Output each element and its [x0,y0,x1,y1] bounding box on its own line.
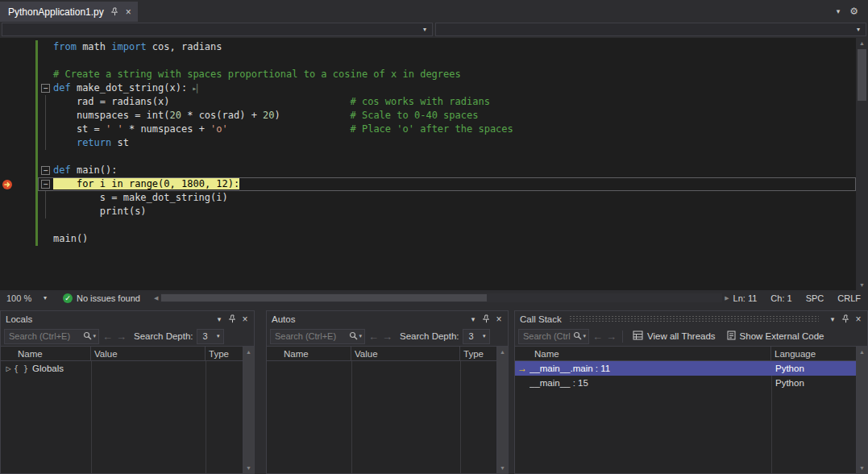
space-mode-indicator[interactable]: SPC [806,293,824,303]
breakpoint-margin[interactable] [0,232,16,246]
scroll-up-icon[interactable]: ▲ [859,40,865,47]
call-stack-title-bar[interactable]: Call Stack ▾ × [515,311,867,326]
breakpoint-margin[interactable] [0,136,16,150]
scroll-up-icon[interactable]: ▲ [246,348,251,356]
scroll-down-icon[interactable]: ▼ [246,464,251,472]
types-dropdown[interactable]: ▾ [2,23,433,36]
column-header-type[interactable]: Type [460,347,496,360]
search-next-icon[interactable]: → [116,331,127,343]
breakpoint-margin[interactable] [0,191,16,205]
column-header-value[interactable]: Value [351,347,460,360]
search-input[interactable] [9,331,83,341]
search-box[interactable]: ▾ [4,329,99,344]
search-icon[interactable] [349,329,358,343]
scrollbar-thumb[interactable] [858,49,866,101]
line-ending-indicator[interactable]: CRLF [837,293,861,303]
close-icon[interactable]: × [239,313,251,326]
scroll-up-icon[interactable]: ▲ [500,348,505,356]
code-line[interactable]: main() [0,232,856,246]
editor-horizontal-scrollbar[interactable]: ◀ ▶ [150,293,733,302]
active-files-chevron-icon[interactable]: ▾ [837,7,841,15]
breakpoint-margin[interactable] [0,150,16,164]
search-icon[interactable] [83,329,92,343]
breakpoint-margin[interactable] [0,123,16,136]
close-icon[interactable]: × [852,313,865,326]
search-input[interactable] [523,331,573,341]
search-input[interactable] [275,331,349,341]
column-header-value[interactable]: Value [91,347,206,360]
code-line[interactable] [0,218,856,232]
breakpoint-margin[interactable] [0,205,16,218]
breakpoint-current-statement-icon[interactable] [0,177,16,191]
close-icon[interactable]: × [126,7,131,17]
fold-margin[interactable]: − [38,164,53,177]
code-line[interactable]: −def make_dot_string(x): ▸▏ [0,81,856,95]
code-line[interactable]: print(s) [0,205,856,218]
breakpoint-margin[interactable] [0,40,16,54]
scrollbar-thumb[interactable] [161,294,487,301]
column-header-name[interactable]: Name [515,347,771,360]
search-box[interactable]: ▾ [270,329,365,344]
breakpoint-margin[interactable] [0,109,16,123]
locals-grid-body[interactable]: ▷ { } Globals [1,361,243,473]
search-next-icon[interactable]: → [606,331,617,343]
code-editor[interactable]: from math import cos, radians# Create a … [0,38,856,290]
members-dropdown[interactable]: ▾ [435,23,866,36]
vertical-scrollbar[interactable]: ▲ ▼ [243,347,254,473]
search-icon[interactable] [573,329,582,343]
code-line[interactable]: from math import cos, radians [0,40,856,54]
scroll-down-icon[interactable]: ▼ [859,281,865,289]
pin-icon[interactable] [480,313,492,326]
code-line[interactable]: rad = radians(x) # cos works with radian… [0,95,856,109]
breakpoint-margin[interactable] [0,81,16,95]
document-tab[interactable]: PythonApplication1.py × [0,2,138,22]
breakpoint-margin[interactable] [0,68,16,81]
search-prev-icon[interactable]: ← [102,331,113,343]
scroll-down-icon[interactable]: ▼ [500,464,505,472]
search-next-icon[interactable]: → [382,331,392,343]
fold-margin[interactable]: − [38,177,53,191]
table-row[interactable]: ▷ { } Globals [1,361,243,376]
pin-icon[interactable] [226,313,239,326]
call-stack-frame-current[interactable]: → __main__.main : 11 Python [515,361,856,376]
scroll-down-icon[interactable]: ▼ [859,464,865,472]
code-line[interactable]: −def main(): [0,164,856,177]
call-stack-frame[interactable]: __main__ : 15 Python [515,376,856,390]
window-options-gear-icon[interactable]: ⚙ [849,6,858,17]
code-line[interactable]: st = ' ' * numspaces + 'o' # Place 'o' a… [0,123,856,136]
code-health-indicator[interactable]: ✓ No issues found [52,293,150,303]
breakpoint-margin[interactable] [0,164,16,177]
editor-vertical-scrollbar[interactable]: ▲ ▼ [856,38,868,290]
scroll-right-icon[interactable]: ▶ [725,294,729,301]
search-depth-dropdown[interactable]: 3 ▾ [197,329,224,344]
code-line[interactable]: − for i in range(0, 1800, 12): [0,177,856,191]
code-line[interactable]: numspaces = int(20 * cos(rad) + 20) # Sc… [0,109,856,123]
breakpoint-margin[interactable] [0,95,16,109]
column-header-language[interactable]: Language [771,347,856,360]
code-line[interactable] [0,150,856,164]
zoom-control[interactable]: 100 % ▾ [0,293,52,303]
autos-grid-body[interactable] [267,361,496,473]
pin-icon[interactable] [110,7,119,16]
scroll-up-icon[interactable]: ▲ [859,348,865,356]
collapse-toggle-icon[interactable]: − [41,166,50,175]
breakpoint-margin[interactable] [0,54,16,68]
code-line[interactable]: return st [0,136,856,150]
code-line[interactable] [0,54,856,68]
call-stack-grid-body[interactable]: → __main__.main : 11 Python __main__ : 1… [515,361,856,473]
vertical-scrollbar[interactable]: ▲ ▼ [856,347,867,473]
pin-icon[interactable] [839,313,852,326]
code-line[interactable]: # Create a string with spaces proportion… [0,68,856,81]
column-header-type[interactable]: Type [206,347,243,360]
show-external-code-button[interactable]: Show External Code [723,328,829,345]
scroll-left-icon[interactable]: ◀ [154,294,158,301]
close-icon[interactable]: × [492,313,505,326]
autos-title-bar[interactable]: Autos ▾ × [267,311,508,326]
search-prev-icon[interactable]: ← [592,331,603,343]
window-position-icon[interactable]: ▾ [467,313,480,326]
view-all-threads-button[interactable]: View all Threads [629,328,720,345]
search-prev-icon[interactable]: ← [368,331,379,343]
column-header-name[interactable]: Name [267,347,351,360]
code-line[interactable]: s = make_dot_string(i) [0,191,856,205]
collapse-toggle-icon[interactable]: − [41,84,50,93]
